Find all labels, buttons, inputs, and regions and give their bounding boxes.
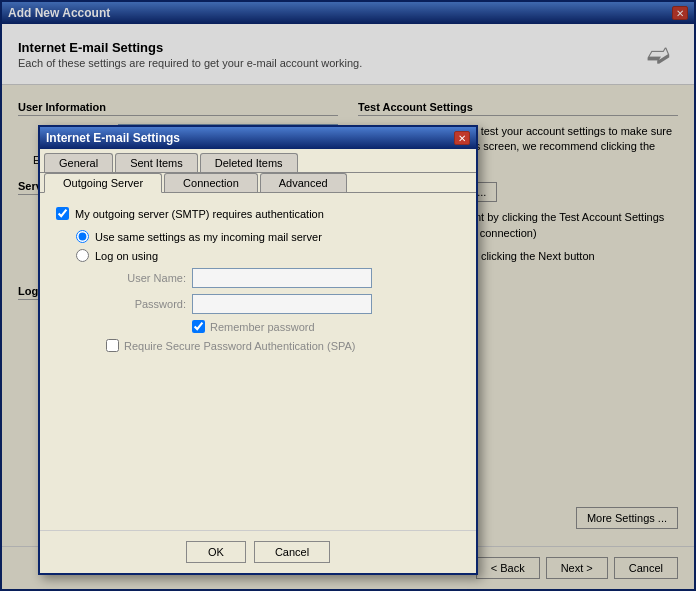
smtp-auth-checkbox[interactable] [56,207,69,220]
logon-username-label: User Name: [112,272,192,284]
radio-same-settings-label: Use same settings as my incoming mail se… [95,231,322,243]
modal-window: Internet E-mail Settings ✕ General Sent … [38,125,478,575]
smtp-auth-row: My outgoing server (SMTP) requires authe… [56,207,460,220]
spa-row: Require Secure Password Authentication (… [106,339,460,352]
tabs-row-2: Outgoing Server Connection Advanced [40,173,476,193]
tabs-container: General Sent Items Deleted Items Outgoin… [40,149,476,193]
modal-cancel-button[interactable]: Cancel [254,541,330,563]
remember-password-checkbox[interactable] [192,320,205,333]
remember-password-label: Remember password [210,321,315,333]
logon-password-input[interactable] [192,294,372,314]
spa-checkbox[interactable] [106,339,119,352]
tab-sent-items[interactable]: Sent Items [115,153,198,172]
spa-label: Require Secure Password Authentication (… [124,340,356,352]
remember-password-row: Remember password [192,320,460,333]
modal-title: Internet E-mail Settings [46,131,180,145]
modal-overlay: Internet E-mail Settings ✕ General Sent … [0,0,696,591]
modal-titlebar: Internet E-mail Settings ✕ [40,127,476,149]
radio-logon-label: Log on using [95,250,158,262]
logon-password-row: Password: [112,294,460,314]
tab-advanced[interactable]: Advanced [260,173,347,192]
radio-same-settings-row: Use same settings as my incoming mail se… [76,230,460,243]
tab-outgoing-server[interactable]: Outgoing Server [44,173,162,193]
logon-fields: User Name: Password: Remember password [112,268,460,333]
modal-footer: OK Cancel [40,530,476,573]
modal-body: My outgoing server (SMTP) requires authe… [40,193,476,376]
modal-ok-button[interactable]: OK [186,541,246,563]
logon-password-label: Password: [112,298,192,310]
tab-general[interactable]: General [44,153,113,172]
radio-same-settings[interactable] [76,230,89,243]
tab-deleted-items[interactable]: Deleted Items [200,153,298,172]
radio-logon[interactable] [76,249,89,262]
smtp-auth-label: My outgoing server (SMTP) requires authe… [75,208,324,220]
tab-connection[interactable]: Connection [164,173,258,192]
radio-group: Use same settings as my incoming mail se… [76,230,460,352]
logon-username-row: User Name: [112,268,460,288]
logon-username-input[interactable] [192,268,372,288]
radio-logon-row: Log on using [76,249,460,262]
modal-close-button[interactable]: ✕ [454,131,470,145]
tabs-row-1: General Sent Items Deleted Items [40,149,476,173]
